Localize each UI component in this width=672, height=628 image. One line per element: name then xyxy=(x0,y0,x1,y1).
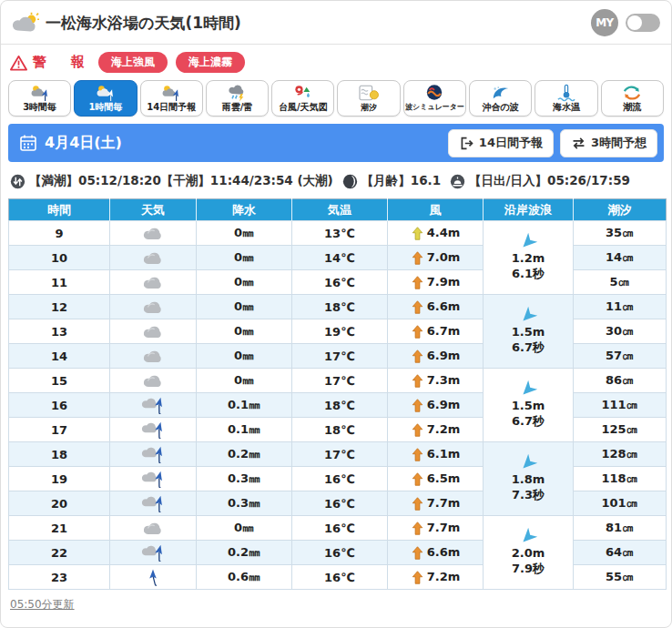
wind-direction-up-arrow-icon xyxy=(411,299,424,315)
wave-simulator-icon xyxy=(423,84,445,102)
tab-label: 14日間予報 xyxy=(147,102,196,114)
update-time-link[interactable]: 05:50分更新 xyxy=(10,597,75,613)
temperature-cell: 16℃ xyxy=(292,541,388,565)
weather-cell xyxy=(110,491,197,516)
wave-direction-arrow-icon xyxy=(516,451,541,475)
tab-raincloud-lightning[interactable]: 雨雲/雷 xyxy=(206,80,269,116)
temperature-cell: 17℃ xyxy=(292,344,388,369)
hour-cell: 14 xyxy=(9,344,110,369)
coastal-wave-cell: 1.2m6.1秒 xyxy=(484,221,574,295)
warning-badge-sea-fog[interactable]: 海上濃霧 xyxy=(176,52,245,73)
temperature-cell: 16℃ xyxy=(292,516,388,541)
wind-direction-up-arrow-icon xyxy=(411,570,424,585)
tab-1hourly[interactable]: 1時間毎 xyxy=(74,80,137,116)
forecast-row: 210㎜16℃7.7m2.0m7.9秒81㎝ xyxy=(9,516,667,541)
weather-page: 一松海水浴場の天気(1時間) MY 警 報 海上強風 海上濃霧 3時間毎 xyxy=(0,0,672,628)
hour-cell: 12 xyxy=(9,295,110,319)
weather-cell xyxy=(110,516,197,541)
wind-cell: 6.9m xyxy=(388,344,484,369)
wind-direction-up-arrow-icon xyxy=(411,545,424,561)
weather-cell xyxy=(110,467,197,491)
hour-cell: 23 xyxy=(9,565,110,590)
wind-cell: 6.7m xyxy=(388,319,484,344)
tab-label: 潮流 xyxy=(623,102,641,114)
cloud-sun-icon xyxy=(10,12,39,34)
tide-cell: 14㎝ xyxy=(574,246,667,270)
cloud-icon xyxy=(141,521,165,536)
hour-cell: 16 xyxy=(9,393,110,418)
temperature-cell: 13℃ xyxy=(292,221,388,246)
page-title: 一松海水浴場の天気(1時間) xyxy=(46,13,591,34)
tab-label: 沖合の波 xyxy=(483,102,519,114)
my-toggle[interactable] xyxy=(626,14,660,32)
sun-icon xyxy=(450,174,465,189)
moon-age: 【月齢】16.1 xyxy=(342,173,441,189)
tide-cell: 57㎝ xyxy=(574,344,667,369)
precipitation-cell: 0㎜ xyxy=(197,221,292,246)
wind-cell: 6.9m xyxy=(388,393,484,418)
wind-cell: 6.5m xyxy=(388,467,484,491)
moon-icon xyxy=(342,174,358,189)
tide-info-row: 【満潮】05:12/18:20【干潮】11:44/23:54 (大潮) 【月齢】… xyxy=(1,170,671,198)
warning-triangle-icon xyxy=(10,55,27,71)
wave-period: 6.7秒 xyxy=(512,414,545,430)
cloud-icon xyxy=(141,299,165,315)
temperature-cell: 17℃ xyxy=(292,442,388,467)
precipitation-cell: 0㎜ xyxy=(197,344,292,369)
wind-direction-up-arrow-icon xyxy=(411,349,424,364)
forecast-tabs: 3時間毎 1時間毎 14日間予報 雨雲/雷 xyxy=(1,78,671,116)
forecast-row: 150㎜17℃7.3m1.5m6.7秒86㎝ xyxy=(9,369,667,393)
hour-cell: 22 xyxy=(9,541,110,565)
button-label: 3時間予想 xyxy=(591,135,647,151)
tab-wave-simulator[interactable]: 波シミュレーター xyxy=(403,80,466,116)
tab-tide[interactable]: 潮汐 xyxy=(337,80,400,116)
tide-times-text: 【満潮】05:12/18:20【干潮】11:44/23:54 (大潮) xyxy=(29,173,333,189)
wave-direction-arrow-icon xyxy=(516,377,541,401)
forecast-row: 120㎜18℃6.6m1.5m6.7秒11㎝ xyxy=(9,295,667,319)
tab-14day[interactable]: 14日間予報 xyxy=(140,80,203,116)
wind-cell: 7.7m xyxy=(388,491,484,516)
tide-cell: 64㎝ xyxy=(574,541,667,565)
sunrise-sunset: 【日出/日入】05:26/17:59 xyxy=(450,173,630,189)
three-hour-forecast-button[interactable]: 3時間予想 xyxy=(560,129,657,157)
tide-cell: 35㎝ xyxy=(574,221,667,246)
warning-badge-sea-gale[interactable]: 海上強風 xyxy=(98,52,168,73)
tab-sea-current[interactable]: 潮流 xyxy=(601,80,664,116)
tide-cell: 86㎝ xyxy=(574,369,667,393)
temperature-cell: 16℃ xyxy=(292,565,388,590)
tab-offshore-wave[interactable]: 沖合の波 xyxy=(469,80,532,116)
temperature-cell: 16℃ xyxy=(292,270,388,295)
hour-cell: 21 xyxy=(9,516,110,541)
col-coastal-waves: 沿岸波浪 xyxy=(484,199,574,221)
current-date: 4月4日(土) xyxy=(45,134,442,153)
sea-current-icon xyxy=(621,84,643,102)
tide-cell: 30㎝ xyxy=(574,319,667,344)
coastal-wave-cell: 1.5m6.7秒 xyxy=(484,295,574,369)
cloud-umbrella-icon xyxy=(139,543,167,562)
wind-direction-up-arrow-icon xyxy=(411,250,424,266)
wave-period: 7.3秒 xyxy=(512,488,545,503)
wind-direction-up-arrow-icon xyxy=(411,422,424,438)
temperature-cell: 18℃ xyxy=(292,295,388,319)
hour-cell: 20 xyxy=(9,491,110,516)
button-label: 14日間予報 xyxy=(479,135,543,151)
tab-typhoon-weathermap[interactable]: 台風/天気図 xyxy=(271,80,334,116)
weather-cell xyxy=(110,295,197,319)
tab-label: 波シミュレーター xyxy=(405,103,464,112)
calendar-icon xyxy=(19,134,37,152)
wind-cell: 7.0m xyxy=(388,246,484,270)
wave-period: 6.1秒 xyxy=(512,267,545,282)
hour-cell: 11 xyxy=(9,270,110,295)
precipitation-cell: 0㎜ xyxy=(197,319,292,344)
fourteen-day-forecast-button[interactable]: 14日間予報 xyxy=(448,129,554,157)
tab-sea-temperature[interactable]: 海水温 xyxy=(535,80,597,116)
forecast-row: 90㎜13℃4.4m1.2m6.1秒35㎝ xyxy=(9,221,667,246)
sun-cloud-umbrella-icon xyxy=(29,84,51,102)
weather-cell xyxy=(110,369,197,393)
wind-direction-up-arrow-icon xyxy=(411,398,424,413)
tab-3hourly[interactable]: 3時間毎 xyxy=(8,80,71,116)
precipitation-cell: 0.6㎜ xyxy=(197,565,292,590)
coastal-wave-cell: 2.0m7.9秒 xyxy=(484,516,574,590)
temperature-cell: 16℃ xyxy=(292,491,388,516)
my-badge[interactable]: MY xyxy=(591,9,618,36)
